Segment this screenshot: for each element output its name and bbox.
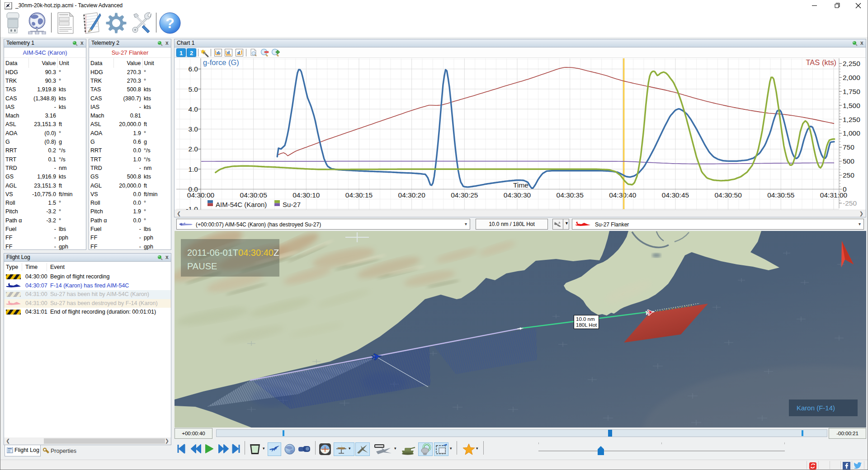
svg-text:2011-06-01T04:30:40Z: 2011-06-01T04:30:40Z [187, 248, 279, 258]
svg-text:-250: -250 [843, 199, 857, 207]
svg-text:04:30:35: 04:30:35 [557, 191, 584, 199]
svg-text:180L Hot: 180L Hot [576, 322, 597, 328]
svg-text:2.0: 2.0 [188, 145, 198, 153]
svg-text:AIM-54C (Karon): AIM-54C (Karon) [216, 201, 267, 208]
svg-text:2: 2 [190, 50, 193, 56]
svg-text:04:30:40: 04:30:40 [609, 191, 637, 199]
svg-text:750: 750 [843, 143, 854, 151]
svg-text:?: ? [165, 15, 175, 31]
svg-text:1,000: 1,000 [843, 129, 860, 137]
svg-text:TAS (kts): TAS (kts) [806, 58, 836, 66]
svg-text:2,250: 2,250 [843, 60, 860, 67]
svg-text:1,750: 1,750 [843, 88, 860, 95]
svg-text:04:30:10: 04:30:10 [292, 191, 320, 199]
svg-text:4.0: 4.0 [188, 105, 198, 113]
svg-text:04:30:05: 04:30:05 [240, 191, 267, 199]
svg-text:6.0: 6.0 [188, 65, 198, 73]
svg-text:04:30:15: 04:30:15 [345, 191, 373, 199]
svg-text:5.0: 5.0 [188, 85, 198, 93]
svg-text:04:30:25: 04:30:25 [451, 191, 478, 199]
svg-text:04:30:55: 04:30:55 [767, 191, 794, 199]
svg-text:04:30:50: 04:30:50 [714, 191, 742, 199]
svg-text:250: 250 [843, 171, 854, 179]
svg-text:04:30:20: 04:30:20 [398, 191, 426, 199]
svg-text:g-force (G): g-force (G) [203, 58, 239, 66]
svg-text:04:31:00: 04:31:00 [820, 191, 848, 199]
svg-text:04:30:00: 04:30:00 [187, 191, 215, 199]
svg-text:Time: Time [513, 181, 528, 189]
svg-text:1: 1 [179, 50, 183, 56]
svg-text:3.0: 3.0 [188, 125, 198, 133]
svg-text:PAUSE: PAUSE [187, 261, 217, 271]
svg-text:1,500: 1,500 [843, 102, 860, 109]
svg-text:04:30:30: 04:30:30 [504, 191, 531, 199]
svg-text:-1.0: -1.0 [186, 205, 198, 210]
svg-text:Karon (F-14): Karon (F-14) [797, 404, 835, 412]
svg-text:1,250: 1,250 [843, 116, 860, 123]
svg-text:1.0: 1.0 [188, 165, 198, 173]
svg-text:500: 500 [843, 157, 854, 165]
svg-text:04:30:45: 04:30:45 [662, 191, 689, 199]
svg-text:10.0 nm: 10.0 nm [576, 316, 595, 322]
svg-text:Su-27: Su-27 [283, 201, 301, 208]
svg-text:2,000: 2,000 [843, 74, 860, 81]
